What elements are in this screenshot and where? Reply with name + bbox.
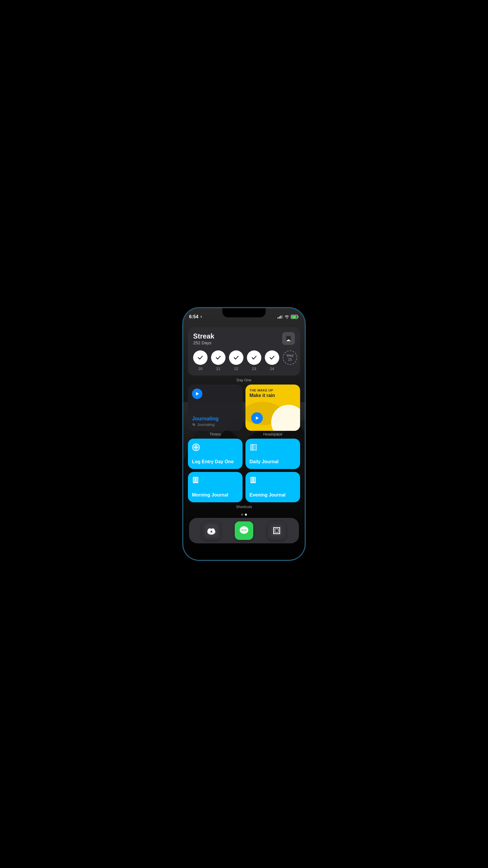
svg-point-35: [242, 529, 243, 531]
timery-app-label: Timery: [188, 432, 242, 436]
day-22: 22: [229, 350, 243, 371]
bookmark-icon: [192, 476, 200, 485]
shortcut-log-entry[interactable]: Log Entry Day One: [188, 439, 242, 469]
phone-frame: 6:54: [183, 308, 305, 560]
streak-circles: 20 21: [193, 350, 295, 371]
day-21: 21: [211, 350, 226, 371]
svg-rect-42: [279, 527, 280, 534]
timery-widget[interactable]: Journaling Journaling: [188, 384, 242, 431]
battery-icon: ⚡: [291, 315, 299, 319]
check-icon: [197, 354, 204, 361]
bookmark-svg: [192, 476, 200, 485]
bookmark-icon: [282, 332, 295, 345]
plus-svg: [192, 443, 200, 452]
svg-marker-9: [196, 392, 199, 396]
svg-rect-41: [273, 533, 280, 534]
bookmark2-icon: [250, 476, 258, 485]
shortcuts-app-label: Shortcuts: [183, 505, 305, 509]
morning-journal-label: Morning Journal: [192, 492, 238, 498]
headspace-subtitle: THE WAKE UP: [250, 389, 296, 392]
timery-title: Journaling: [192, 416, 238, 422]
headspace-play-button[interactable]: [251, 412, 263, 424]
book-svg: [250, 443, 258, 452]
shortcut-daily-journal[interactable]: Daily Journal: [246, 439, 300, 469]
shortcut-morning-journal[interactable]: Morning Journal: [188, 472, 242, 502]
dock-messages[interactable]: [235, 521, 253, 540]
play-icon: [255, 416, 259, 421]
day-25-current: Wed25: [283, 350, 297, 371]
home-screen-content: Streak 252 Days: [183, 308, 305, 560]
wed-25-label: Wed25: [287, 353, 293, 362]
phone-screen: 6:54: [183, 308, 305, 560]
evening-journal-label: Evening Journal: [250, 492, 296, 498]
plus-icon: [192, 443, 200, 452]
streak-widget[interactable]: Streak 252 Days: [188, 327, 300, 376]
check-icon: [215, 354, 222, 361]
svg-text:⚡: ⚡: [293, 316, 295, 318]
log-entry-label: Log Entry Day One: [192, 459, 238, 464]
bookmark-svg: [285, 335, 292, 342]
streak-title: Streak 252 Days: [193, 332, 214, 349]
svg-text:★: ★: [210, 530, 213, 533]
headspace-app-label: Headspace: [246, 432, 300, 436]
svg-rect-14: [251, 444, 253, 450]
check-icon: [251, 354, 258, 361]
shortcut-evening-journal[interactable]: Evening Journal: [246, 472, 300, 502]
book-icon: [250, 443, 258, 452]
headspace-widget[interactable]: THE WAKE UP Make it rain: [246, 384, 300, 431]
streak-days-count: 252 Days: [193, 340, 214, 345]
time-display: 6:54: [189, 314, 198, 319]
svg-rect-39: [273, 527, 280, 528]
svg-marker-10: [256, 416, 259, 420]
day-20: 20: [193, 350, 207, 371]
shortcuts-grid: Log Entry Day One Daily Journal: [188, 439, 300, 502]
dot-1: [241, 514, 243, 516]
tag-icon: [192, 423, 196, 427]
page-indicator: [183, 514, 305, 516]
timery-sub-text: Journaling: [197, 423, 215, 427]
timery-headspace-row: Journaling Journaling THE WAKE UP Make i…: [188, 384, 300, 431]
day-24: 24: [265, 350, 279, 371]
check-icon: [268, 354, 275, 361]
framer-icon-svg: [271, 525, 283, 536]
daily-journal-label: Daily Journal: [250, 459, 296, 464]
day-23: 23: [247, 350, 261, 371]
notch: [222, 308, 266, 317]
widget-row-labels: Timery Headspace: [188, 432, 300, 436]
streak-title-text: Streak: [193, 332, 214, 340]
messages-icon-svg: [238, 525, 250, 536]
svg-rect-15: [253, 444, 256, 450]
svg-rect-40: [273, 527, 274, 534]
play-icon: [195, 392, 199, 396]
dayone-app-icon: ★: [205, 524, 218, 537]
status-icons: ⚡: [278, 315, 299, 319]
bookmark2-svg: [250, 476, 258, 485]
dock-framer[interactable]: [267, 521, 286, 540]
location-icon: [199, 315, 203, 318]
timery-subtitle: Journaling: [192, 423, 238, 427]
dock-dayone[interactable]: ★ ★: [202, 521, 221, 540]
status-time: 6:54: [189, 314, 203, 319]
svg-point-36: [243, 529, 245, 531]
streak-header: Streak 252 Days: [193, 332, 295, 349]
timery-play-button[interactable]: [192, 389, 202, 399]
app-dock: ★ ★: [189, 518, 299, 544]
streak-widget-app-label: Day One: [183, 378, 305, 382]
headspace-title: Make it rain: [250, 393, 296, 398]
signal-icon: [278, 315, 283, 318]
dot-2: [245, 514, 247, 516]
svg-rect-38: [271, 525, 283, 536]
svg-point-37: [245, 529, 246, 531]
wifi-icon: [285, 315, 289, 318]
check-icon: [233, 354, 240, 361]
